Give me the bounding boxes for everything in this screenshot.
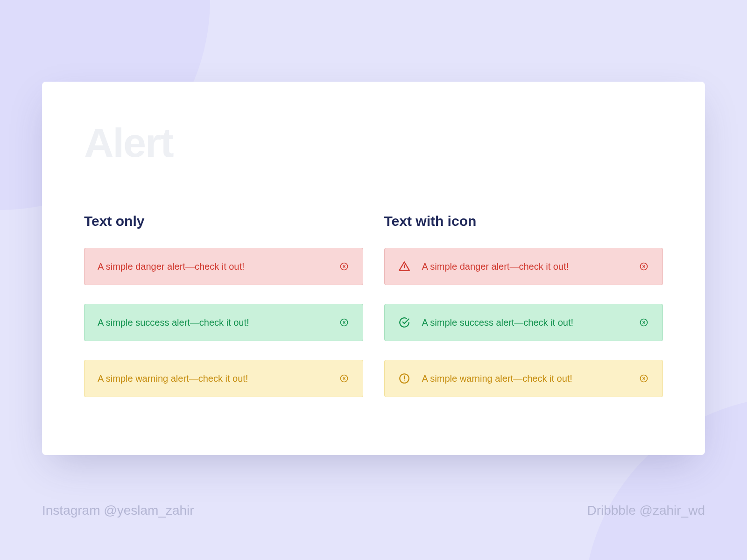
header-row: Alert [84, 119, 663, 167]
close-icon [639, 318, 648, 327]
close-icon [339, 318, 349, 327]
svg-point-7 [404, 380, 405, 381]
close-button[interactable] [638, 373, 649, 384]
alert-columns: Text only A simple danger alert—check it… [84, 213, 663, 397]
alert-success: A simple success alert—check it out! [84, 304, 363, 341]
footer-dribbble-handle: Dribbble @zahir_wd [587, 503, 705, 518]
showcase-card: Alert Text only A simple danger alert—ch… [42, 82, 705, 455]
alert-message: A simple warning alert—check it out! [422, 373, 639, 384]
alert-message: A simple danger alert—check it out! [422, 261, 639, 272]
close-button[interactable] [338, 261, 350, 272]
section-title-text-with-icon: Text with icon [384, 213, 663, 229]
close-button[interactable] [638, 261, 649, 272]
close-button[interactable] [338, 373, 350, 384]
column-text-only: Text only A simple danger alert—check it… [84, 213, 363, 397]
close-button[interactable] [638, 317, 649, 328]
alert-message: A simple danger alert—check it out! [98, 261, 338, 272]
close-icon [639, 262, 648, 271]
footer: Instagram @yeslam_zahir Dribbble @zahir_… [42, 503, 705, 518]
check-circle-icon [398, 316, 411, 329]
footer-instagram-handle: Instagram @yeslam_zahir [42, 503, 194, 518]
alert-message: A simple warning alert—check it out! [98, 373, 338, 384]
alert-message: A simple success alert—check it out! [98, 317, 338, 328]
header-divider [192, 143, 663, 143]
alert-danger-icon: A simple danger alert—check it out! [384, 248, 663, 285]
alert-circle-icon [398, 372, 411, 385]
close-icon [639, 374, 648, 383]
section-title-text-only: Text only [84, 213, 363, 229]
close-button[interactable] [338, 317, 350, 328]
svg-point-3 [404, 269, 404, 269]
alert-message: A simple success alert—check it out! [422, 317, 639, 328]
alert-warning-icon: A simple warning alert—check it out! [384, 360, 663, 397]
alert-triangle-icon [398, 260, 411, 273]
alert-warning: A simple warning alert—check it out! [84, 360, 363, 397]
close-icon [339, 262, 349, 271]
page-title: Alert [84, 119, 173, 167]
alert-success-icon: A simple success alert—check it out! [384, 304, 663, 341]
close-icon [339, 374, 349, 383]
alert-danger: A simple danger alert—check it out! [84, 248, 363, 285]
column-text-with-icon: Text with icon A simple danger alert—che… [384, 213, 663, 397]
